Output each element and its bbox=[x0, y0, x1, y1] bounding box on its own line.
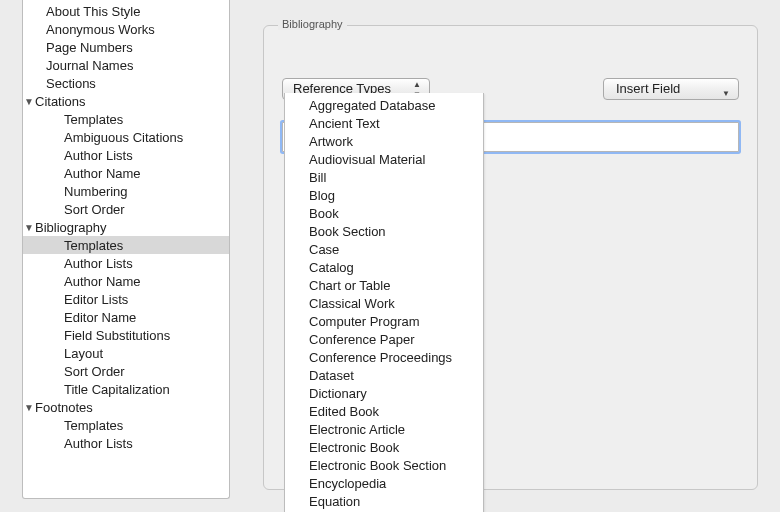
tree-item-label: Field Substitutions bbox=[64, 328, 170, 343]
tree-item[interactable]: Page Numbers bbox=[23, 38, 229, 56]
panel-title: Bibliography bbox=[278, 18, 347, 30]
tree-item[interactable]: Journal Names bbox=[23, 56, 229, 74]
tree-item[interactable]: Templates bbox=[23, 110, 229, 128]
tree-item[interactable]: Layout bbox=[23, 344, 229, 362]
reference-types-menu-item[interactable]: Artwork bbox=[285, 133, 483, 151]
reference-types-menu-item[interactable]: Catalog bbox=[285, 259, 483, 277]
tree-item[interactable]: Templates bbox=[23, 416, 229, 434]
tree-item-label: Templates bbox=[64, 418, 123, 433]
app-root: About This StyleAnonymous WorksPage Numb… bbox=[0, 0, 780, 512]
reference-types-menu-item[interactable]: Dictionary bbox=[285, 385, 483, 403]
tree-item[interactable]: Editor Lists bbox=[23, 290, 229, 308]
reference-types-menu-item[interactable]: Edited Book bbox=[285, 403, 483, 421]
reference-types-menu-item[interactable]: Book bbox=[285, 205, 483, 223]
tree-item-label: Journal Names bbox=[46, 58, 133, 73]
tree-item[interactable]: Title Capitalization bbox=[23, 380, 229, 398]
reference-types-menu-item[interactable]: Bill bbox=[285, 169, 483, 187]
reference-types-menu-item[interactable]: Dataset bbox=[285, 367, 483, 385]
tree-item-label: Footnotes bbox=[35, 400, 93, 415]
tree-item[interactable]: Anonymous Works bbox=[23, 20, 229, 38]
tree-item-label: Numbering bbox=[64, 184, 128, 199]
tree-item[interactable]: Templates bbox=[23, 236, 229, 254]
insert-field-dropdown-button[interactable]: Insert Field ▼ bbox=[603, 78, 739, 100]
reference-types-menu-item[interactable]: Electronic Article bbox=[285, 421, 483, 439]
tree-item[interactable]: ▼Bibliography bbox=[23, 218, 229, 236]
tree-item-label: Title Capitalization bbox=[64, 382, 170, 397]
tree-item[interactable]: Author Name bbox=[23, 164, 229, 182]
disclosure-triangle-icon[interactable]: ▼ bbox=[24, 399, 34, 417]
tree-item[interactable]: Sections bbox=[23, 74, 229, 92]
reference-types-menu-item[interactable]: Book Section bbox=[285, 223, 483, 241]
tree-item-label: Templates bbox=[64, 238, 123, 253]
reference-types-menu: Aggregated DatabaseAncient TextArtworkAu… bbox=[284, 93, 484, 512]
reference-types-menu-item[interactable]: Aggregated Database bbox=[285, 97, 483, 115]
reference-types-menu-item[interactable]: Equation bbox=[285, 493, 483, 511]
tree-item-label: Page Numbers bbox=[46, 40, 133, 55]
tree-item[interactable]: Editor Name bbox=[23, 308, 229, 326]
tree-item[interactable]: ▼Citations bbox=[23, 92, 229, 110]
tree-item[interactable]: Sort Order bbox=[23, 200, 229, 218]
tree-item[interactable]: Sort Order bbox=[23, 362, 229, 380]
reference-types-menu-item[interactable]: Conference Proceedings bbox=[285, 349, 483, 367]
tree-item-label: Author Name bbox=[64, 166, 141, 181]
reference-types-menu-item[interactable]: Case bbox=[285, 241, 483, 259]
tree-item[interactable]: Ambiguous Citations bbox=[23, 128, 229, 146]
tree-item-label: Editor Lists bbox=[64, 292, 128, 307]
tree-item-label: Citations bbox=[35, 94, 86, 109]
tree-item-label: Templates bbox=[64, 112, 123, 127]
reference-types-menu-item[interactable]: Electronic Book bbox=[285, 439, 483, 457]
down-caret-icon: ▼ bbox=[722, 84, 730, 104]
tree-item[interactable]: About This Style bbox=[23, 2, 229, 20]
reference-types-menu-item[interactable]: Ancient Text bbox=[285, 115, 483, 133]
style-tree: About This StyleAnonymous WorksPage Numb… bbox=[23, 0, 229, 452]
tree-item[interactable]: Field Substitutions bbox=[23, 326, 229, 344]
tree-item-label: Bibliography bbox=[35, 220, 107, 235]
tree-item[interactable]: Author Name bbox=[23, 272, 229, 290]
insert-field-label: Insert Field bbox=[616, 81, 680, 96]
reference-types-menu-item[interactable]: Blog bbox=[285, 187, 483, 205]
tree-item[interactable]: Author Lists bbox=[23, 146, 229, 164]
tree-item-label: Editor Name bbox=[64, 310, 136, 325]
tree-item-label: Author Name bbox=[64, 274, 141, 289]
reference-types-menu-item[interactable]: Electronic Book Section bbox=[285, 457, 483, 475]
tree-item-label: Sort Order bbox=[64, 364, 125, 379]
reference-types-menu-item[interactable]: Encyclopedia bbox=[285, 475, 483, 493]
tree-item-label: Layout bbox=[64, 346, 103, 361]
tree-item-label: Sections bbox=[46, 76, 96, 91]
reference-types-menu-item[interactable]: Conference Paper bbox=[285, 331, 483, 349]
reference-types-menu-item[interactable]: Audiovisual Material bbox=[285, 151, 483, 169]
tree-item-label: About This Style bbox=[46, 4, 140, 19]
reference-types-menu-item[interactable]: Computer Program bbox=[285, 313, 483, 331]
reference-types-menu-item[interactable]: Chart or Table bbox=[285, 277, 483, 295]
disclosure-triangle-icon[interactable]: ▼ bbox=[24, 219, 34, 237]
reference-types-menu-item[interactable]: Classical Work bbox=[285, 295, 483, 313]
tree-item[interactable]: Author Lists bbox=[23, 434, 229, 452]
tree-item-label: Author Lists bbox=[64, 436, 133, 451]
tree-item-label: Author Lists bbox=[64, 256, 133, 271]
tree-item[interactable]: Numbering bbox=[23, 182, 229, 200]
disclosure-triangle-icon[interactable]: ▼ bbox=[24, 93, 34, 111]
tree-item-label: Ambiguous Citations bbox=[64, 130, 183, 145]
tree-item-label: Anonymous Works bbox=[46, 22, 155, 37]
tree-item-label: Sort Order bbox=[64, 202, 125, 217]
tree-item-label: Author Lists bbox=[64, 148, 133, 163]
tree-item[interactable]: Author Lists bbox=[23, 254, 229, 272]
style-tree-sidebar: About This StyleAnonymous WorksPage Numb… bbox=[22, 0, 230, 499]
tree-item[interactable]: ▼Footnotes bbox=[23, 398, 229, 416]
